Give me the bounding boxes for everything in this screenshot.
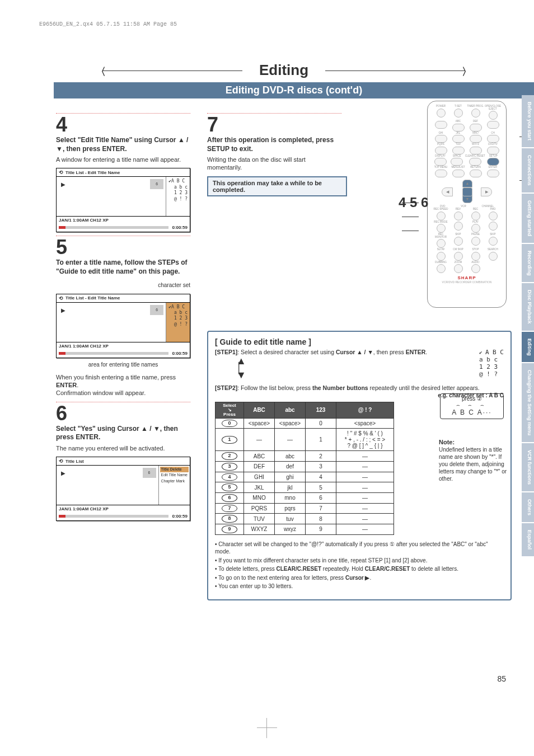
osd-title-list: Title List 6▶ Title Delete Edit Title Na… (56, 457, 190, 521)
note-block: Note: Undefined letters in a title name … (439, 438, 510, 482)
step-4-body: A window for entering a title name will … (56, 156, 190, 163)
osd-edit-title-1: Title List - Edit Title Name 6▶ ✔A B C a… (56, 168, 190, 232)
press-example: press ② ⌢ ⌢ ⌢ A B C A··· (440, 393, 504, 419)
step-7-head: After this operation is completed, press… (207, 136, 341, 153)
step-6-body: The name you entered will be activated. (56, 444, 190, 452)
char-entry-table: Select↘Press ABC abc 123 @ ! ? 0<space><… (215, 402, 394, 535)
charset-preview: A B C a b c 1 2 3 @ ! ? (479, 349, 504, 378)
tab-changing-the-setting-menu: Changing the Setting menu (522, 363, 534, 442)
step-5-body2: When you finish entering a title name, p… (56, 373, 190, 397)
tab-others: Others (522, 492, 534, 522)
guide-box: [ Guide to edit title name ] [STEP1]: Se… (207, 331, 512, 600)
step-5-number: 5 (56, 237, 190, 257)
side-tabs: Before you startConnectionsGetting start… (522, 95, 534, 557)
step-4-number: 4 (56, 115, 190, 135)
tab-editing: Editing (522, 332, 534, 363)
guide-bullets: • Character set will be changed to the "… (215, 541, 504, 590)
section-subtitle: Editing DVD-R discs (cont'd) (54, 82, 534, 98)
tab-recording: Recording (522, 244, 534, 283)
osd-caption: area for entering title names (56, 361, 190, 368)
step-7-body: Writing the data on the disc will start … (207, 156, 341, 172)
tab-before-you-start: Before you start (522, 95, 534, 147)
alert-note: This operation may take a while to be co… (207, 176, 347, 196)
guide-title: [ Guide to edit title name ] (215, 337, 504, 346)
remote-illustration: 4 5 6 5 7 POWERT-SETTIMER PROG.OPEN/CLOS… (416, 101, 517, 325)
section-title: 〈Editing〉 (91, 62, 476, 79)
tab-vcr-functions: VCR functions (522, 443, 534, 491)
charset-label: character set (56, 282, 190, 288)
step-6-number: 6 (56, 403, 190, 424)
tab-disc-playback: Disc Playback (522, 283, 534, 331)
tab-connections: Connections (522, 148, 534, 192)
tab-getting-started: Getting started (522, 194, 534, 243)
osd-edit-title-2: Title List - Edit Title Name 6▶ ✔A B C a… (56, 294, 190, 358)
step-4-head: Select "Edit Title Name" using Cursor ▲ … (56, 136, 190, 153)
pdf-header: E9656UD_EN_2.qx4 05.7.15 11:58 AM Page 8… (39, 21, 177, 27)
step-6-head: Select "Yes" using Cursor ▲ / ▼, then pr… (56, 425, 190, 442)
tab-espa-ol: Español (522, 523, 534, 556)
page-number: 85 (497, 674, 506, 683)
step-7-number: 7 (207, 115, 341, 135)
step-5-head: To enter a title name, follow the STEPs … (56, 259, 190, 276)
